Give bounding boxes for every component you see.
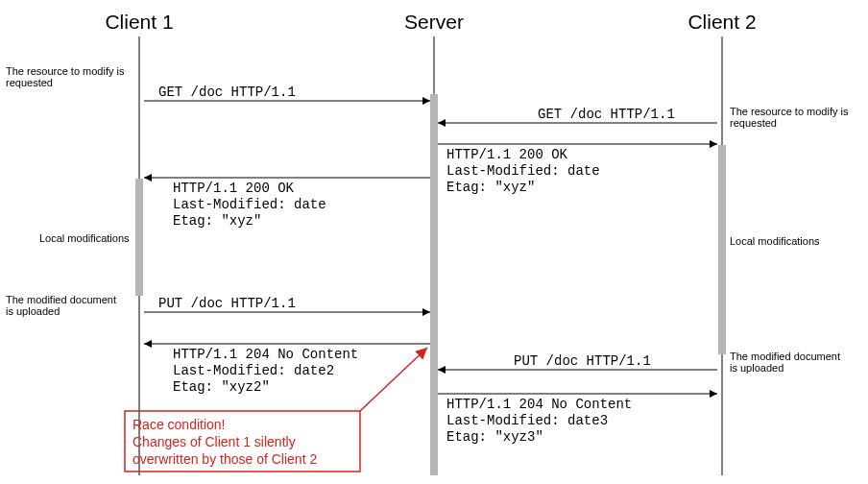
msg-c1-resp: HTTP/1.1 200 OK Last-Modified: date Etag… [173, 181, 334, 229]
sequence-diagram: Client 1 Server Client 2 The resource to… [0, 0, 868, 484]
callout-text: Race condition! Changes of Client 1 sile… [133, 417, 317, 467]
actor-server: Server [404, 11, 464, 33]
note-c1-request: The resource to modify isrequested [6, 65, 125, 88]
svg-text:The modified documentis upload: The modified documentis uploaded [730, 351, 840, 374]
msg-c2-putresp: HTTP/1.1 204 No Content Last-Modified: d… [446, 397, 640, 445]
note-c2-upload: The modified documentis uploaded [730, 351, 840, 374]
activation-c2 [718, 145, 726, 354]
note-c2-request: The resource to modify isrequested [730, 106, 849, 129]
msg-c1-putresp: HTTP/1.1 204 No Content Last-Modified: d… [173, 347, 367, 395]
msg-c2-put: PUT /doc HTTP/1.1 [514, 353, 651, 369]
msg-c2-resp: HTTP/1.1 200 OK Last-Modified: date Etag… [446, 147, 608, 195]
svg-text:Local modifications: Local modifications [730, 235, 820, 247]
svg-text:Local modifications: Local modifications [39, 232, 130, 244]
actor-client1: Client 1 [105, 11, 173, 33]
note-c1-upload: The modified documentis uploaded [6, 294, 116, 317]
svg-text:The modified documentis upload: The modified documentis uploaded [6, 294, 116, 317]
msg-c1-put: PUT /doc HTTP/1.1 [158, 296, 296, 311]
svg-text:The resource to modify isreque: The resource to modify isrequested [730, 106, 849, 129]
activation-server [430, 94, 438, 475]
note-c2-local: Local modifications [730, 235, 820, 247]
actor-client2: Client 2 [687, 11, 756, 33]
activation-c1 [135, 179, 143, 296]
callout-pointer [360, 348, 427, 411]
msg-c2-get: GET /doc HTTP/1.1 [538, 107, 675, 122]
msg-c1-get: GET /doc HTTP/1.1 [158, 85, 296, 100]
note-c1-local: Local modifications [39, 232, 130, 244]
svg-text:The resource to modify isreque: The resource to modify isrequested [6, 65, 125, 88]
